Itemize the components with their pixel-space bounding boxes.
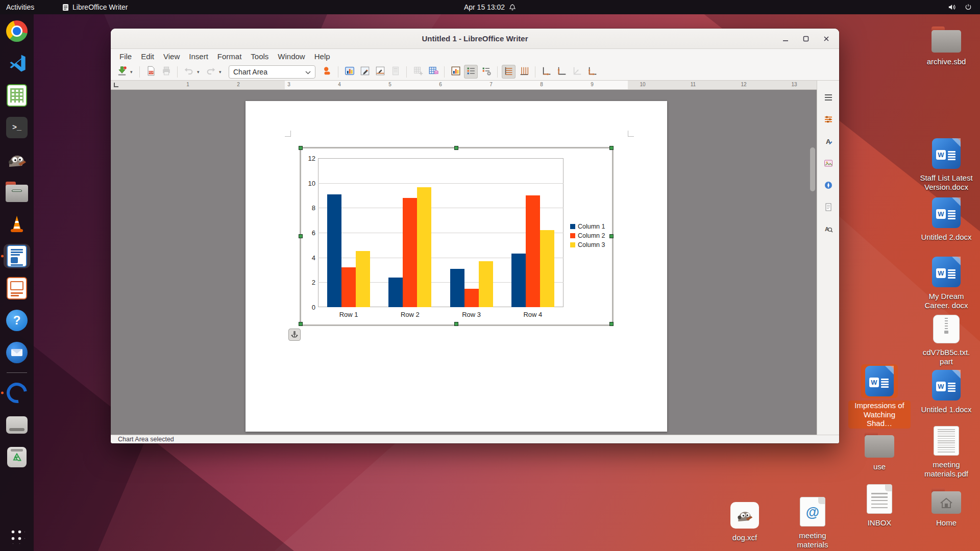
data-table-button[interactable] <box>426 65 440 79</box>
desktop-icon-dog[interactable]: dog.xcf <box>713 496 776 543</box>
bar-column1-row4[interactable] <box>511 254 526 307</box>
selection-handle[interactable] <box>454 322 458 326</box>
maximize-button[interactable] <box>800 33 812 44</box>
chart-area-panel-button[interactable] <box>449 65 462 79</box>
desktop-icon-cdv7bb5c[interactable]: cdV7bB5c.txt. part <box>915 311 978 366</box>
dock-item-vlc[interactable] <box>4 212 30 236</box>
gallery-deck-button[interactable] <box>821 157 836 172</box>
page-deck-button[interactable] <box>821 201 836 216</box>
desktop-icon-home[interactable]: Home <box>915 482 978 528</box>
sidebar-menu-button[interactable] <box>821 91 836 106</box>
selection-combobox[interactable]: Chart Area <box>229 65 315 79</box>
bar-column2-row2[interactable] <box>403 198 417 307</box>
menu-edit[interactable]: Edit <box>136 51 159 62</box>
bar-column2-row4[interactable] <box>526 195 540 307</box>
dock-item-software-updater[interactable] <box>4 381 30 405</box>
bar-column2-row1[interactable] <box>341 267 356 307</box>
all-axes-button[interactable] <box>585 65 599 79</box>
tab-stop-selector[interactable] <box>114 83 118 87</box>
vertical-scrollbar-thumb[interactable] <box>810 147 815 191</box>
close-button[interactable] <box>821 33 832 44</box>
legend-entry[interactable]: Column 1 <box>570 223 605 230</box>
system-status-area[interactable] <box>944 0 976 14</box>
focused-app-menu[interactable]: LibreOffice Writer <box>56 0 134 14</box>
bar-column3-row1[interactable] <box>356 251 370 307</box>
dock-item-show-applications[interactable] <box>4 523 30 548</box>
chart-legend[interactable]: Column 1Column 2Column 3 <box>570 223 605 248</box>
desktop-icon-archive[interactable]: archive.sbd <box>915 20 978 67</box>
export-pdf-button[interactable]: PDF <box>144 65 158 79</box>
dock-item-visual-studio-code[interactable] <box>4 51 30 76</box>
save-dropdown-caret[interactable]: ▾ <box>130 69 135 74</box>
dock-item-chrome[interactable] <box>4 19 30 43</box>
dock-item-removable-drive[interactable] <box>4 413 30 437</box>
desktop-icon-impressions[interactable]: WImpressions of Watching Shad… <box>848 364 911 429</box>
document-area[interactable]: 024681012Row 1Row 2Row 3Row 4Column 1Col… <box>111 90 817 435</box>
dock-item-files[interactable] <box>4 180 30 204</box>
desktop-icon-my-dream-career[interactable]: WMy Dream Career. docx <box>915 255 978 310</box>
legend-toggle-button[interactable] <box>464 65 478 79</box>
x-axis-button[interactable] <box>540 65 553 79</box>
dock-item-trash[interactable] <box>4 445 30 469</box>
desktop-icon-use[interactable]: use <box>848 425 911 472</box>
menu-window[interactable]: Window <box>273 51 309 62</box>
menu-view[interactable]: View <box>159 51 184 62</box>
desktop-icon-staff-list[interactable]: WStaff List Latest Version.docx <box>915 137 978 192</box>
horizontal-ruler[interactable]: 12345678910111213 <box>111 81 817 90</box>
desktop-icon-meeting-materials[interactable]: @meeting materials <box>781 494 844 549</box>
legend-entry[interactable]: Column 3 <box>570 241 605 248</box>
styles-deck-button[interactable]: A <box>821 135 836 150</box>
selection-handle[interactable] <box>299 234 303 238</box>
desktop-icon-inbox[interactable]: INBOX <box>848 482 911 528</box>
dock-item-libreoffice-writer[interactable] <box>4 244 30 268</box>
selection-handle[interactable] <box>454 146 458 150</box>
menu-help[interactable]: Help <box>310 51 335 62</box>
print-icon <box>161 65 172 79</box>
automatic-layout-button[interactable] <box>479 65 493 79</box>
bar-column3-row4[interactable] <box>540 230 554 307</box>
window-titlebar[interactable]: Untitled 1 - LibreOffice Writer <box>111 29 839 49</box>
dock-item-libreoffice-impress[interactable] <box>4 276 30 300</box>
bar-column3-row2[interactable] <box>417 187 431 307</box>
document-page[interactable]: 024681012Row 1Row 2Row 3Row 4Column 1Col… <box>246 101 667 432</box>
dock-item-gimp[interactable] <box>4 147 30 172</box>
anchor-icon[interactable] <box>288 329 301 341</box>
clock-menu[interactable]: Apr 15 13:02 <box>464 0 516 14</box>
bar-column1-row2[interactable] <box>388 278 403 307</box>
activities-button[interactable]: Activities <box>0 0 40 14</box>
embedded-chart-object[interactable]: 024681012Row 1Row 2Row 3Row 4Column 1Col… <box>301 148 612 324</box>
legend-entry[interactable]: Column 2 <box>570 232 605 239</box>
bar-column1-row1[interactable] <box>327 194 341 307</box>
format-wall-button[interactable] <box>358 65 372 79</box>
selection-handle[interactable] <box>609 234 614 238</box>
menu-insert[interactable]: Insert <box>184 51 213 62</box>
chart-type-button[interactable] <box>342 65 356 79</box>
bar-column3-row3[interactable] <box>479 261 493 307</box>
y-axis-button[interactable] <box>555 65 569 79</box>
desktop-icon-untitled2[interactable]: WUntitled 2.docx <box>915 196 978 242</box>
properties-deck-button[interactable] <box>821 113 836 128</box>
vertical-grids-button[interactable] <box>517 65 531 79</box>
style-inspector-button[interactable]: A <box>821 222 836 238</box>
menu-tools[interactable]: Tools <box>246 51 273 62</box>
navigator-deck-button[interactable] <box>821 179 836 194</box>
save-button[interactable] <box>115 65 129 79</box>
dock-item-help[interactable]: ? <box>4 308 30 333</box>
selection-handle[interactable] <box>609 322 614 326</box>
dock-item-terminal[interactable]: >_ <box>4 115 30 140</box>
menu-format[interactable]: Format <box>213 51 247 62</box>
selection-handle[interactable] <box>299 322 303 326</box>
format-floor-button[interactable] <box>373 65 387 79</box>
bar-column1-row3[interactable] <box>450 269 464 307</box>
minimize-button[interactable] <box>780 33 791 44</box>
bar-column2-row3[interactable] <box>464 289 479 308</box>
format-selection-button[interactable] <box>320 65 334 79</box>
horizontal-grids-button[interactable] <box>502 65 516 79</box>
menu-file[interactable]: File <box>115 51 136 62</box>
selection-handle[interactable] <box>609 146 614 150</box>
selection-handle[interactable] <box>299 146 303 150</box>
desktop-icon-untitled1[interactable]: WUntitled 1.docx <box>915 368 978 415</box>
desktop-icon-meeting-materials-pdf[interactable]: meeting materials.pdf <box>915 423 978 479</box>
dock-item-libreoffice-calc[interactable] <box>4 83 30 108</box>
dock-item-thunderbird[interactable] <box>4 340 30 365</box>
